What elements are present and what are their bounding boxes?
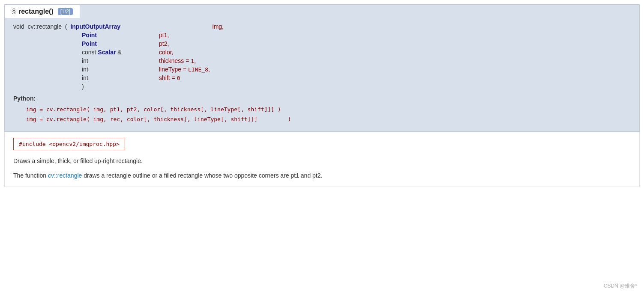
first-param-type: InputOutputArray [69,23,144,30]
python-label: Python: [13,95,631,102]
first-param-name: img, [213,23,224,30]
param-name-pt1: pt1, [159,32,169,39]
include-box: #include <opencv2/imgproc.hpp> [13,138,125,150]
desc2-prefix: The function [13,172,48,179]
param-row-color: const Scalar & color, [82,49,639,56]
watermark: CSDN @难舍* [604,282,637,290]
params-block: Point pt1, Point pt2, const Scalar & col… [82,32,639,81]
cv-rectangle-link[interactable]: cv::rectangle [48,172,82,179]
param-type-shift: int [82,74,159,81]
description-1: Draws a simple, thick, or filled up-righ… [13,156,631,166]
param-type-pt1: Point [82,32,159,39]
bottom-section: #include <opencv2/imgproc.hpp> Draws a s… [4,132,640,187]
sig-first-line: void cv::rectangle ( InputOutputArray im… [5,23,639,30]
desc2-suffix: draws a rectangle outline or a filled re… [82,172,322,179]
param-name-pt2: pt2, [159,40,169,47]
tab-bar: § rectangle() [1/2] [5,5,639,18]
version-badge: [1/2] [58,8,73,15]
param-type-linetype: int [82,66,159,73]
open-paren: ( [65,23,67,30]
param-row-pt2: Point pt2, [82,40,639,47]
param-type-thickness: int [82,57,159,64]
param-type-color: const Scalar & [82,49,159,56]
tab-rectangle[interactable]: § rectangle() [1/2] [5,5,80,18]
param-name-color: color, [159,49,173,56]
python-line-2: img = cv.rectangle( img, rec, color[, th… [26,114,631,124]
param-name-thickness: thickness = 1, [159,57,196,64]
close-paren: ) [82,83,639,90]
func-name: rectangle() [18,8,54,15]
top-section: § rectangle() [1/2] void cv::rectangle (… [4,4,640,132]
return-type: void [13,23,26,30]
python-code: img = cv.rectangle( img, pt1, pt2, color… [26,104,631,125]
python-section: Python: img = cv.rectangle( img, pt1, pt… [5,90,639,125]
include-text: #include <opencv2/imgproc.hpp> [19,141,120,147]
param-row-shift: int shift = 0 [82,74,639,81]
param-row-thickness: int thickness = 1, [82,57,639,64]
param-type-pt2: Point [82,40,159,47]
section-symbol: § [12,8,16,15]
description-2: The function cv::rectangle draws a recta… [13,171,631,180]
param-name-shift: shift = 0 [159,74,180,81]
namespace-func: cv::rectangle [28,23,63,30]
python-line-1: img = cv.rectangle( img, pt1, pt2, color… [26,104,631,114]
param-row-linetype: int lineType = LINE_8, [82,66,639,73]
param-row-pt1: Point pt1, [82,32,639,39]
param-name-linetype: lineType = LINE_8, [159,66,210,73]
